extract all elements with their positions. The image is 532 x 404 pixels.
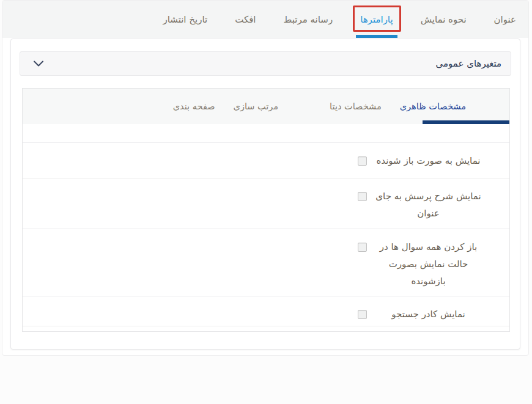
general-variables-panel: مشخصات ظاهری مشخصات دیتا مرتب سازی صفحه …	[22, 88, 510, 332]
tab-related-media-label: رسانه مرتبط	[284, 14, 333, 25]
tab-parameters-label: پارامترها	[360, 14, 393, 25]
tab-parameters[interactable]: پارامترها	[360, 1, 393, 38]
tab-title-label: عنوان	[494, 14, 516, 25]
subtab-sorting[interactable]: مرتب سازی	[234, 101, 279, 111]
subtab-data-specs[interactable]: مشخصات دیتا	[330, 101, 382, 111]
row-label: نمایش به صورت باز شونده	[372, 152, 485, 169]
row-open-all-questions: باز کردن همه سوال ها در حالت نمایش بصورت…	[23, 229, 509, 296]
parameters-card: متغیرهای عمومی مشخصات ظاهری مشخصات دیتا …	[10, 39, 520, 350]
rows-top-spacer	[23, 124, 509, 143]
active-subtab-underline	[423, 120, 509, 124]
tab-publish-date-label: تاریخ انتشار	[163, 14, 207, 25]
checkbox-show-search-box[interactable]	[358, 310, 367, 319]
page-container: عنوان نحوه نمایش پارامترها رسانه مرتبط ا…	[2, 0, 529, 356]
row-show-search-box: نمایش کادر جستجو	[23, 296, 509, 326]
section-title: متغیرهای عمومی	[436, 58, 502, 69]
subtab-appearance-label: مشخصات ظاهری	[400, 101, 466, 111]
row-label: نمایش کادر جستجو	[372, 306, 485, 323]
checkbox-open-all-questions[interactable]	[358, 243, 367, 252]
row-show-question-desc: نمایش شرح پرسش به جای عنوان	[23, 178, 509, 229]
subtab-appearance[interactable]: مشخصات ظاهری	[400, 101, 466, 111]
checkbox-show-question-desc[interactable]	[358, 192, 367, 201]
tab-display-mode-label: نحوه نمایش	[421, 14, 467, 25]
tab-related-media[interactable]: رسانه مرتبط	[284, 1, 333, 38]
subtab-data-specs-label: مشخصات دیتا	[330, 101, 382, 111]
general-variables-header[interactable]: متغیرهای عمومی	[20, 51, 511, 76]
sub-tab-bar: مشخصات ظاهری مشخصات دیتا مرتب سازی صفحه …	[23, 89, 509, 124]
subtab-pagination-label: صفحه بندی	[173, 101, 215, 111]
subtab-sorting-label: مرتب سازی	[234, 101, 279, 111]
chevron-down-icon[interactable]	[34, 61, 43, 67]
row-label: نمایش شرح پرسش به جای عنوان	[372, 188, 485, 222]
top-tab-bar: عنوان نحوه نمایش پارامترها رسانه مرتبط ا…	[2, 1, 528, 38]
tab-title[interactable]: عنوان	[494, 1, 516, 38]
tab-display-mode[interactable]: نحوه نمایش	[421, 1, 467, 38]
tab-effect-label: افکت	[235, 14, 256, 25]
tab-effect[interactable]: افکت	[235, 1, 256, 38]
row-label: باز کردن همه سوال ها در حالت نمایش بصورت…	[372, 238, 485, 290]
settings-rows: نمایش به صورت باز شونده نمایش شرح پرسش ب…	[23, 124, 509, 326]
checkbox-expandable-display[interactable]	[358, 156, 367, 166]
tab-publish-date[interactable]: تاریخ انتشار	[163, 1, 207, 38]
active-tab-underline	[356, 35, 397, 38]
row-expandable-display: نمایش به صورت باز شونده	[23, 143, 509, 178]
subtab-pagination[interactable]: صفحه بندی	[173, 101, 215, 111]
